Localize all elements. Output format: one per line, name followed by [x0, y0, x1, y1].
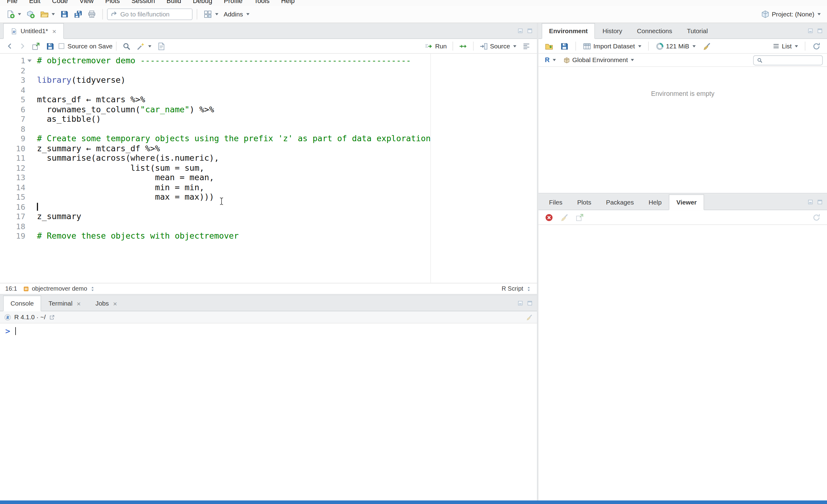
- menu-edit[interactable]: Edit: [23, 0, 46, 3]
- save-button[interactable]: [58, 8, 71, 20]
- run-button[interactable]: Run: [422, 40, 449, 52]
- tab-console[interactable]: Console: [3, 295, 41, 311]
- viewer-open-window-button[interactable]: [573, 212, 586, 223]
- workspace-panes-button[interactable]: [201, 8, 220, 20]
- close-icon[interactable]: ×: [77, 300, 81, 307]
- menu-build[interactable]: Build: [160, 0, 187, 3]
- code-line-12[interactable]: list(sum = sum,: [37, 163, 537, 173]
- project-selector-button[interactable]: Project: (None): [759, 8, 823, 20]
- open-file-button[interactable]: [38, 8, 57, 20]
- menu-tools[interactable]: Tools: [248, 0, 276, 3]
- menu-help[interactable]: Help: [276, 0, 301, 3]
- source-button[interactable]: Source: [477, 40, 518, 52]
- code-line-15[interactable]: max = max))): [37, 192, 537, 202]
- open-new-window-button[interactable]: [30, 40, 42, 52]
- code-tools-button[interactable]: [135, 40, 154, 52]
- save-all-button[interactable]: [71, 8, 84, 20]
- code-line-14[interactable]: min = min,: [37, 183, 537, 192]
- close-icon[interactable]: ×: [113, 300, 117, 307]
- clear-console-icon[interactable]: [526, 314, 533, 321]
- compile-report-button[interactable]: [155, 40, 168, 52]
- tab-tutorial[interactable]: Tutorial: [680, 23, 715, 39]
- code-line-7[interactable]: as_tibble(): [37, 114, 537, 124]
- code-line-9[interactable]: # Create some temporary objects using th…: [37, 134, 537, 144]
- editor-code[interactable]: # objectremover demo -------------------…: [34, 54, 537, 283]
- maximize-pane-icon[interactable]: [817, 199, 823, 205]
- tab-viewer[interactable]: Viewer: [669, 194, 704, 210]
- save-source-button[interactable]: [44, 40, 57, 52]
- new-file-button[interactable]: [4, 8, 23, 20]
- menu-view[interactable]: View: [74, 0, 100, 3]
- print-button[interactable]: [85, 8, 98, 20]
- console[interactable]: >: [0, 324, 537, 501]
- tab-history[interactable]: History: [595, 23, 630, 39]
- tab-plots[interactable]: Plots: [570, 194, 599, 210]
- list-view-button[interactable]: List: [771, 41, 800, 51]
- environment-scope-selector[interactable]: Global Environment: [561, 55, 636, 65]
- menu-debug[interactable]: Debug: [187, 0, 218, 3]
- memory-usage-button[interactable]: 121 MiB: [653, 40, 697, 52]
- close-icon[interactable]: ×: [52, 28, 56, 35]
- menu-file[interactable]: File: [1, 0, 23, 3]
- minimize-pane-icon[interactable]: [518, 28, 523, 34]
- import-dataset-button[interactable]: Import Dataset: [581, 40, 643, 52]
- tab-connections[interactable]: Connections: [630, 23, 680, 39]
- minimize-pane-icon[interactable]: [518, 300, 523, 306]
- goto-file-function-box[interactable]: [107, 8, 192, 20]
- rerun-button[interactable]: [457, 40, 470, 52]
- code-line-5[interactable]: mtcars_df ← mtcars %>%: [37, 95, 537, 105]
- code-line-2[interactable]: [37, 65, 537, 75]
- tab-untitled1[interactable]: R Untitled1* ×: [3, 23, 63, 39]
- section-selector[interactable]: objectremover demo: [23, 285, 96, 292]
- code-line-19[interactable]: # Remove these objects with objectremove…: [37, 231, 537, 241]
- back-button[interactable]: [4, 41, 15, 51]
- find-replace-button[interactable]: [120, 40, 133, 52]
- fold-arrow-icon[interactable]: [28, 60, 32, 62]
- new-project-button[interactable]: [25, 8, 37, 20]
- goto-file-function-input[interactable]: [120, 11, 189, 18]
- clear-objects-button[interactable]: [700, 40, 713, 52]
- language-selector[interactable]: R: [543, 55, 558, 65]
- environment-search-box[interactable]: [753, 55, 823, 65]
- menu-plots[interactable]: Plots: [99, 0, 126, 3]
- menu-code[interactable]: Code: [46, 0, 74, 3]
- checkbox-icon[interactable]: [58, 43, 65, 50]
- load-workspace-button[interactable]: [543, 40, 555, 52]
- tab-environment[interactable]: Environment: [542, 23, 595, 39]
- code-line-8[interactable]: [37, 124, 537, 134]
- forward-button[interactable]: [17, 41, 28, 51]
- tab-help[interactable]: Help: [641, 194, 669, 210]
- refresh-environment-button[interactable]: [810, 40, 823, 52]
- maximize-pane-icon[interactable]: [527, 300, 533, 306]
- code-line-16[interactable]: [37, 202, 537, 212]
- source-on-save-checkbox[interactable]: Source on Save: [58, 42, 112, 50]
- outline-button[interactable]: [520, 40, 533, 52]
- code-line-17[interactable]: z_summary: [37, 212, 537, 222]
- viewer-clear-all-button[interactable]: [558, 212, 571, 223]
- menu-profile[interactable]: Profile: [218, 0, 248, 3]
- code-line-3[interactable]: library(tidyverse): [37, 75, 537, 85]
- maximize-pane-icon[interactable]: [817, 28, 823, 34]
- tab-files[interactable]: Files: [542, 194, 570, 210]
- viewer-refresh-button[interactable]: [810, 212, 823, 223]
- environment-search-input[interactable]: [765, 57, 819, 63]
- filetype-selector[interactable]: R Script: [501, 285, 531, 292]
- code-line-11[interactable]: summarise(across(where(is.numeric),: [37, 153, 537, 163]
- code-editor[interactable]: 12345678910111213141516171819 # objectre…: [0, 54, 537, 283]
- viewer-clear-current-button[interactable]: [543, 212, 555, 223]
- code-line-13[interactable]: mean = mean,: [37, 173, 537, 183]
- cursor-position[interactable]: 16:1: [5, 285, 17, 292]
- tab-terminal[interactable]: Terminal×: [41, 295, 88, 311]
- code-line-18[interactable]: [37, 222, 537, 231]
- minimize-pane-icon[interactable]: [808, 199, 813, 205]
- menu-session[interactable]: Session: [126, 0, 160, 3]
- code-line-10[interactable]: z_summary ← mtcars_df %>%: [37, 144, 537, 153]
- minimize-pane-icon[interactable]: [808, 28, 813, 34]
- code-line-1[interactable]: # objectremover demo -------------------…: [37, 56, 537, 65]
- save-workspace-button[interactable]: [558, 40, 571, 52]
- open-in-new-window-icon[interactable]: [49, 314, 55, 320]
- code-line-6[interactable]: rownames_to_column("car_name") %>%: [37, 105, 537, 114]
- maximize-pane-icon[interactable]: [527, 28, 533, 34]
- tab-jobs[interactable]: Jobs×: [88, 295, 124, 311]
- addins-button[interactable]: Addins: [222, 9, 251, 19]
